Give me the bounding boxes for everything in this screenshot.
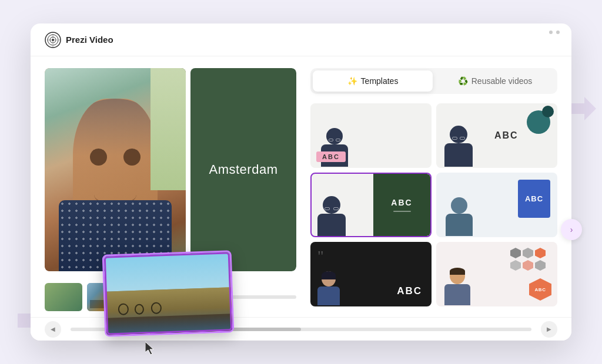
preview-area: Amsterdam xyxy=(45,68,296,271)
abc-label-2: ABC xyxy=(494,130,519,141)
app-title: Prezi Video xyxy=(66,35,113,45)
person-head-3 xyxy=(323,196,340,214)
recycle-icon: ♻️ xyxy=(458,76,468,86)
template-card-6[interactable]: ABC xyxy=(436,242,557,306)
blue-rect-card: ABC xyxy=(518,180,550,218)
prezi-logo-icon xyxy=(45,32,61,48)
person-figure-3 xyxy=(317,196,346,236)
logo-container: Prezi Video xyxy=(45,32,113,48)
window-control-dot-2 xyxy=(556,31,560,34)
person-body-3 xyxy=(317,214,346,236)
hexagon-grid xyxy=(510,248,551,271)
left-panel: Amsterdam xyxy=(45,68,296,311)
tab-reusable[interactable]: ♻️ Reusable videos xyxy=(435,70,555,92)
svg-marker-6 xyxy=(145,342,153,355)
video-feed xyxy=(45,68,186,271)
amsterdam-photo-inner xyxy=(104,252,233,335)
person-head-2 xyxy=(450,126,467,143)
woman-head-6 xyxy=(450,268,465,284)
tabs-container: ✨ Templates ♻️ Reusable videos xyxy=(310,68,557,94)
window-control-dot-1 xyxy=(549,31,553,34)
abc-label-5: ABC xyxy=(397,285,422,297)
template-card-2[interactable]: ABC xyxy=(436,103,557,168)
slide-title-text: Amsterdam xyxy=(209,162,278,177)
template-next-arrow[interactable]: › xyxy=(561,219,582,240)
template-card-5[interactable]: " ABC xyxy=(310,242,432,306)
wand-icon: ✨ xyxy=(347,76,357,86)
tab-templates[interactable]: ✨ Templates xyxy=(313,70,433,92)
slide-panel: Amsterdam xyxy=(190,68,296,271)
person-figure-2 xyxy=(444,126,473,167)
tab-templates-label: Templates xyxy=(361,76,399,86)
person-figure-4 xyxy=(446,197,473,236)
woman-figure-6 xyxy=(444,268,470,305)
quote-marks-icon: " xyxy=(317,249,324,264)
abc-label-4: ABC xyxy=(525,194,543,203)
window-controls xyxy=(549,31,560,34)
chevron-right-icon: › xyxy=(570,225,573,234)
person-body-2 xyxy=(444,143,473,167)
amsterdam-photo-card xyxy=(102,250,235,337)
woman-body-5 xyxy=(317,287,340,305)
template-card-1[interactable]: ABC xyxy=(310,103,432,168)
woman-body-6 xyxy=(444,284,470,305)
app-window: Prezi Video xyxy=(31,23,571,341)
person-photo xyxy=(45,68,186,271)
teal-circles xyxy=(527,110,550,134)
template-card-3[interactable]: ABC xyxy=(310,173,432,237)
footer-prev-button[interactable]: ◀ xyxy=(45,321,61,338)
right-panel: ✨ Templates ♻️ Reusable videos xyxy=(310,68,557,311)
template-grid: ABC xyxy=(310,103,557,306)
abc-badge-1: ABC xyxy=(312,151,430,162)
window-content: Amsterdam xyxy=(31,56,571,341)
hex-abc-badge: ABC xyxy=(529,278,551,301)
cursor-indicator xyxy=(145,342,157,358)
person-head-4 xyxy=(451,197,467,214)
thumbnail-1[interactable] xyxy=(45,283,82,311)
tab-reusable-label: Reusable videos xyxy=(471,76,533,86)
window-header: Prezi Video xyxy=(31,23,571,56)
woman-head-5 xyxy=(322,271,336,287)
dark-slide-panel: ABC xyxy=(373,174,430,236)
person-body-4 xyxy=(446,214,473,236)
template-card-4[interactable]: ABC xyxy=(436,173,557,237)
woman-figure-5 xyxy=(317,271,340,305)
person-head-1 xyxy=(326,128,343,144)
footer-next-button[interactable]: ▶ xyxy=(541,321,557,338)
